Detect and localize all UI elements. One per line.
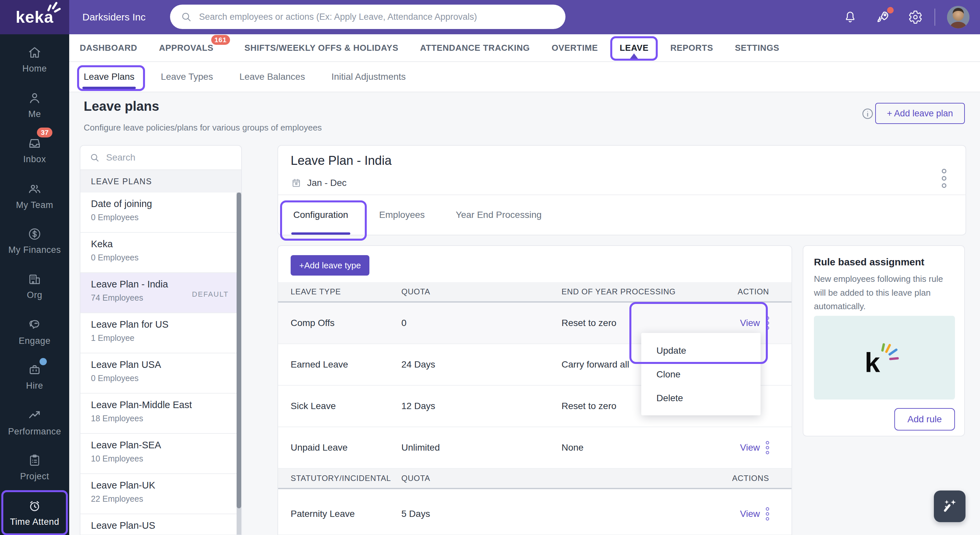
sidebar-item-me[interactable]: Me	[0, 82, 69, 127]
rule-assignment-panel: Rule based assignment New employees foll…	[803, 245, 965, 436]
user-avatar[interactable]	[947, 6, 969, 29]
sidebar-item-engage[interactable]: Engage	[0, 309, 69, 354]
magic-wand-icon	[940, 497, 959, 516]
notifications-bell-icon[interactable]	[843, 10, 858, 24]
sidebar-item-performance[interactable]: Performance	[0, 400, 69, 445]
plan-item-leave-plan-middle-east[interactable]: Leave Plan-Middle East 18 Employees	[80, 393, 241, 434]
leave-table-header: LEAVE TYPE QUOTA END OF YEAR PROCESSING …	[278, 282, 792, 303]
global-search-input[interactable]	[199, 12, 555, 22]
search-icon	[180, 11, 192, 23]
tab-employees[interactable]: Employees	[379, 195, 425, 235]
view-link[interactable]: View	[740, 443, 760, 453]
tab-leave[interactable]: LEAVE	[619, 34, 649, 61]
keka-k-logo: k	[863, 339, 905, 376]
subtab-leave-balances[interactable]: Leave Balances	[239, 62, 305, 92]
performance-trend-icon	[27, 408, 43, 423]
settings-gear-icon[interactable]	[908, 10, 923, 24]
plan-item-leave-plan-for-us[interactable]: Leave Plan for US 1 Employee	[80, 313, 241, 353]
module-nav: DASHBOARD APPROVALS161 SHIFTS/WEEKLY OFF…	[69, 34, 980, 62]
plan-detail-kebab-icon[interactable]	[942, 169, 947, 188]
engage-chat-icon	[27, 317, 43, 333]
tab-year-end-processing[interactable]: Year End Processing	[456, 195, 541, 235]
tab-attendance-tracking[interactable]: ATTENDANCE TRACKING	[420, 34, 530, 61]
view-link[interactable]: View	[740, 509, 760, 519]
tab-reports[interactable]: REPORTS	[670, 34, 713, 61]
menu-item-clone[interactable]: Clone	[641, 363, 760, 386]
company-name[interactable]: Darksiders Inc	[83, 0, 146, 34]
row-action-menu: Update Clone Delete	[641, 333, 760, 416]
add-rule-button[interactable]: Add rule	[894, 408, 955, 430]
tab-overtime[interactable]: OVERTIME	[552, 34, 598, 61]
view-link[interactable]: View	[740, 318, 760, 328]
annotation-box-configuration-tab	[280, 201, 367, 240]
search-icon	[89, 152, 100, 163]
rule-panel-title: Rule based assignment	[814, 256, 924, 268]
assistant-wand-button[interactable]	[934, 490, 966, 522]
page-content: Leave plans Configure leave policies/pla…	[69, 92, 980, 535]
row-kebab-icon[interactable]	[766, 317, 769, 330]
add-leave-type-button[interactable]: +Add leave type	[291, 255, 369, 275]
sidebar-item-hire[interactable]: Hire	[0, 354, 69, 399]
plans-scrollbar-track[interactable]	[237, 193, 241, 535]
table-row-unpaid-leave[interactable]: Unpaid Leave Unlimited None View	[278, 427, 792, 469]
row-kebab-icon[interactable]	[766, 441, 769, 454]
plans-search[interactable]	[80, 146, 241, 170]
global-search[interactable]	[170, 5, 565, 29]
sidebar-item-time-attend[interactable]: Time Attend	[1, 490, 68, 535]
home-icon	[27, 45, 42, 61]
sidebar-item-my-team[interactable]: My Team	[0, 173, 69, 218]
svg-text:k: k	[865, 347, 880, 376]
plan-item-keka[interactable]: Keka 0 Employees	[80, 233, 241, 273]
sidebar-item-project[interactable]: Project	[0, 445, 69, 490]
sidebar-item-home[interactable]: Home	[0, 37, 69, 82]
info-icon[interactable]	[861, 107, 875, 121]
keka-logo[interactable]: keka	[0, 0, 69, 34]
plan-item-leave-plan-india[interactable]: Leave Plan - India 74 Employees DEFAULT	[80, 273, 241, 313]
rocket-notification-dot	[887, 7, 894, 14]
subtab-leave-plans[interactable]: Leave Plans	[84, 62, 134, 92]
plan-item-leave-plan-uk[interactable]: Leave Plan-UK 22 Employees	[80, 474, 241, 514]
page-title: Leave plans	[84, 99, 159, 114]
dollar-icon	[27, 226, 42, 242]
table-row-paternity-leave[interactable]: Paternity Leave 5 Days View	[278, 489, 792, 535]
row-kebab-icon[interactable]	[766, 507, 769, 521]
plan-detail-header-card: Leave Plan - India Jan - Dec Configurati…	[277, 145, 966, 236]
org-building-icon	[27, 272, 42, 287]
active-tab-caret-icon	[630, 53, 638, 59]
plans-search-input[interactable]	[106, 152, 233, 163]
plan-detail-tabs: Configuration Employees Year End Process…	[278, 194, 966, 235]
sidebar: Home Me 37 Inbox My Team My Finances Org…	[0, 34, 69, 535]
tab-settings[interactable]: SETTINGS	[735, 34, 780, 61]
plan-item-date-of-joining[interactable]: Date of joining 0 Employees	[80, 193, 241, 233]
inbox-badge: 37	[37, 127, 52, 137]
plan-item-leave-plan-sea[interactable]: Leave Plan-SEA 10 Employees	[80, 434, 241, 474]
approvals-badge: 161	[211, 35, 230, 45]
menu-item-update[interactable]: Update	[641, 339, 760, 363]
sidebar-item-inbox[interactable]: 37 Inbox	[0, 127, 69, 173]
sidebar-item-my-finances[interactable]: My Finances	[0, 218, 69, 263]
subtab-initial-adjustments[interactable]: Initial Adjustments	[331, 62, 406, 92]
tab-dashboard[interactable]: DASHBOARD	[80, 34, 137, 61]
person-icon	[27, 91, 42, 106]
default-badge: DEFAULT	[192, 290, 229, 299]
keka-sparkle-icon	[46, 0, 63, 16]
subtab-leave-types[interactable]: Leave Types	[161, 62, 213, 92]
plan-detail-title: Leave Plan - India	[291, 154, 391, 168]
rule-panel-illustration: k	[814, 316, 955, 400]
plans-list-header: LEAVE PLANS	[80, 170, 241, 193]
add-leave-plan-button[interactable]: + Add leave plan	[875, 103, 965, 124]
tab-shifts-weekly-offs[interactable]: SHIFTS/WEEKLY OFFS & HOLIDAYS	[245, 34, 398, 61]
tab-configuration[interactable]: Configuration	[293, 195, 348, 235]
sidebar-item-org[interactable]: Org	[0, 263, 69, 309]
tab-approvals[interactable]: APPROVALS161	[159, 34, 213, 61]
clipboard-icon	[27, 453, 42, 468]
plan-item-leave-plan-usa[interactable]: Leave Plan USA 0 Employees	[80, 353, 241, 393]
menu-item-delete[interactable]: Delete	[641, 386, 760, 410]
topbar-divider	[934, 9, 935, 26]
hire-notification-dot	[40, 358, 47, 365]
whats-new-rocket-icon[interactable]	[875, 9, 891, 25]
page-subtitle: Configure leave policies/plans for vario…	[84, 123, 322, 133]
plan-item-leave-plan-us[interactable]: Leave Plan-US	[80, 514, 241, 535]
leave-subnav: Leave Plans Leave Types Leave Balances I…	[69, 62, 980, 92]
plans-scrollbar-thumb[interactable]	[237, 193, 241, 508]
